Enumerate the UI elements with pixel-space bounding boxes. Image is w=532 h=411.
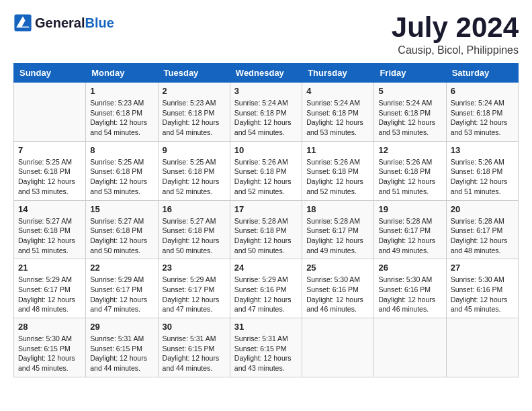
day-number: 27	[451, 263, 514, 273]
day-info: Sunrise: 5:24 AMSunset: 6:18 PMDaylight:…	[306, 98, 369, 138]
calendar-cell: 15Sunrise: 5:27 AMSunset: 6:18 PMDayligh…	[86, 200, 158, 259]
calendar-cell: 19Sunrise: 5:28 AMSunset: 6:17 PMDayligh…	[374, 200, 446, 259]
calendar-week-row: 28Sunrise: 5:30 AMSunset: 6:15 PMDayligh…	[14, 318, 519, 377]
day-number: 16	[163, 204, 226, 214]
calendar-cell: 6Sunrise: 5:24 AMSunset: 6:18 PMDaylight…	[446, 83, 518, 142]
calendar-week-row: 21Sunrise: 5:29 AMSunset: 6:17 PMDayligh…	[14, 259, 519, 318]
day-info: Sunrise: 5:23 AMSunset: 6:18 PMDaylight:…	[90, 98, 153, 138]
calendar-table: SundayMondayTuesdayWednesdayThursdayFrid…	[13, 63, 519, 377]
day-info: Sunrise: 5:28 AMSunset: 6:17 PMDaylight:…	[306, 216, 369, 256]
day-info: Sunrise: 5:28 AMSunset: 6:18 PMDaylight:…	[234, 216, 298, 256]
day-info: Sunrise: 5:30 AMSunset: 6:16 PMDaylight:…	[451, 275, 514, 314]
calendar-cell: 27Sunrise: 5:30 AMSunset: 6:16 PMDayligh…	[446, 259, 518, 318]
day-info: Sunrise: 5:27 AMSunset: 6:18 PMDaylight:…	[163, 216, 226, 256]
day-number: 29	[90, 322, 153, 332]
day-number: 31	[234, 322, 298, 332]
day-number: 13	[451, 145, 514, 155]
day-info: Sunrise: 5:27 AMSunset: 6:18 PMDaylight:…	[90, 216, 153, 256]
day-info: Sunrise: 5:27 AMSunset: 6:18 PMDaylight:…	[18, 216, 81, 256]
weekday-header-row: SundayMondayTuesdayWednesdayThursdayFrid…	[14, 64, 519, 83]
calendar-cell: 10Sunrise: 5:26 AMSunset: 6:18 PMDayligh…	[230, 141, 302, 200]
day-info: Sunrise: 5:26 AMSunset: 6:18 PMDaylight:…	[234, 157, 298, 197]
day-info: Sunrise: 5:24 AMSunset: 6:18 PMDaylight:…	[451, 98, 514, 138]
calendar-cell: 21Sunrise: 5:29 AMSunset: 6:17 PMDayligh…	[14, 259, 86, 318]
calendar-cell: 5Sunrise: 5:24 AMSunset: 6:18 PMDaylight…	[374, 83, 446, 142]
calendar-cell	[14, 83, 86, 142]
day-number: 1	[90, 86, 153, 96]
day-number: 5	[378, 86, 441, 96]
day-info: Sunrise: 5:29 AMSunset: 6:17 PMDaylight:…	[163, 275, 226, 314]
day-number: 6	[451, 86, 514, 96]
calendar-cell: 23Sunrise: 5:29 AMSunset: 6:17 PMDayligh…	[158, 259, 230, 318]
calendar-cell: 11Sunrise: 5:26 AMSunset: 6:18 PMDayligh…	[302, 141, 374, 200]
day-info: Sunrise: 5:30 AMSunset: 6:15 PMDaylight:…	[18, 334, 81, 373]
day-number: 4	[306, 86, 369, 96]
day-number: 26	[378, 263, 441, 273]
day-info: Sunrise: 5:30 AMSunset: 6:16 PMDaylight:…	[306, 275, 369, 314]
day-info: Sunrise: 5:29 AMSunset: 6:17 PMDaylight:…	[90, 275, 153, 314]
logo: GeneralBlue	[13, 13, 114, 32]
calendar-cell: 26Sunrise: 5:30 AMSunset: 6:16 PMDayligh…	[374, 259, 446, 318]
day-info: Sunrise: 5:30 AMSunset: 6:16 PMDaylight:…	[378, 275, 441, 314]
calendar-cell: 29Sunrise: 5:31 AMSunset: 6:15 PMDayligh…	[86, 318, 158, 377]
logo-line2: Blue	[85, 15, 114, 30]
calendar-cell	[446, 318, 518, 377]
day-info: Sunrise: 5:23 AMSunset: 6:18 PMDaylight:…	[163, 98, 226, 138]
logo-line1: General	[35, 15, 85, 30]
day-number: 8	[90, 145, 153, 155]
calendar-cell: 14Sunrise: 5:27 AMSunset: 6:18 PMDayligh…	[14, 200, 86, 259]
calendar-cell: 22Sunrise: 5:29 AMSunset: 6:17 PMDayligh…	[86, 259, 158, 318]
day-number: 22	[90, 263, 153, 273]
calendar-cell: 20Sunrise: 5:28 AMSunset: 6:17 PMDayligh…	[446, 200, 518, 259]
calendar-cell: 30Sunrise: 5:31 AMSunset: 6:15 PMDayligh…	[158, 318, 230, 377]
calendar-cell: 24Sunrise: 5:29 AMSunset: 6:16 PMDayligh…	[230, 259, 302, 318]
day-info: Sunrise: 5:31 AMSunset: 6:15 PMDaylight:…	[234, 334, 298, 373]
calendar-cell: 16Sunrise: 5:27 AMSunset: 6:18 PMDayligh…	[158, 200, 230, 259]
day-number: 10	[234, 145, 298, 155]
calendar-cell: 12Sunrise: 5:26 AMSunset: 6:18 PMDayligh…	[374, 141, 446, 200]
calendar-cell: 31Sunrise: 5:31 AMSunset: 6:15 PMDayligh…	[230, 318, 302, 377]
calendar-cell: 1Sunrise: 5:23 AMSunset: 6:18 PMDaylight…	[86, 83, 158, 142]
day-number: 15	[90, 204, 153, 214]
day-number: 21	[18, 263, 81, 273]
day-number: 14	[18, 204, 81, 214]
day-number: 30	[163, 322, 226, 332]
day-number: 28	[18, 322, 81, 332]
weekday-header-sunday: Sunday	[14, 64, 86, 83]
day-number: 19	[378, 204, 441, 214]
calendar-cell: 3Sunrise: 5:24 AMSunset: 6:18 PMDaylight…	[230, 83, 302, 142]
weekday-header-monday: Monday	[86, 64, 158, 83]
day-number: 12	[378, 145, 441, 155]
day-info: Sunrise: 5:31 AMSunset: 6:15 PMDaylight:…	[163, 334, 226, 373]
day-info: Sunrise: 5:25 AMSunset: 6:18 PMDaylight:…	[90, 157, 153, 197]
calendar-cell: 9Sunrise: 5:25 AMSunset: 6:18 PMDaylight…	[158, 141, 230, 200]
day-number: 20	[451, 204, 514, 214]
calendar-cell: 4Sunrise: 5:24 AMSunset: 6:18 PMDaylight…	[302, 83, 374, 142]
day-number: 11	[306, 145, 369, 155]
month-title: July 2024	[392, 13, 519, 42]
weekday-header-tuesday: Tuesday	[158, 64, 230, 83]
day-number: 3	[234, 86, 298, 96]
day-number: 18	[306, 204, 369, 214]
title-block: July 2024 Causip, Bicol, Philippines	[392, 13, 519, 56]
location: Causip, Bicol, Philippines	[392, 44, 519, 56]
day-info: Sunrise: 5:26 AMSunset: 6:18 PMDaylight:…	[306, 157, 369, 197]
day-info: Sunrise: 5:26 AMSunset: 6:18 PMDaylight:…	[451, 157, 514, 197]
day-number: 23	[163, 263, 226, 273]
day-info: Sunrise: 5:31 AMSunset: 6:15 PMDaylight:…	[90, 334, 153, 373]
day-info: Sunrise: 5:28 AMSunset: 6:17 PMDaylight:…	[451, 216, 514, 256]
day-number: 9	[163, 145, 226, 155]
day-info: Sunrise: 5:29 AMSunset: 6:17 PMDaylight:…	[18, 275, 81, 314]
calendar-cell: 2Sunrise: 5:23 AMSunset: 6:18 PMDaylight…	[158, 83, 230, 142]
calendar-cell: 28Sunrise: 5:30 AMSunset: 6:15 PMDayligh…	[14, 318, 86, 377]
day-info: Sunrise: 5:28 AMSunset: 6:17 PMDaylight:…	[378, 216, 441, 256]
calendar-week-row: 14Sunrise: 5:27 AMSunset: 6:18 PMDayligh…	[14, 200, 519, 259]
weekday-header-thursday: Thursday	[302, 64, 374, 83]
day-number: 2	[163, 86, 226, 96]
calendar-cell	[374, 318, 446, 377]
day-info: Sunrise: 5:25 AMSunset: 6:18 PMDaylight:…	[163, 157, 226, 197]
calendar-cell: 17Sunrise: 5:28 AMSunset: 6:18 PMDayligh…	[230, 200, 302, 259]
calendar-cell: 25Sunrise: 5:30 AMSunset: 6:16 PMDayligh…	[302, 259, 374, 318]
calendar-week-row: 1Sunrise: 5:23 AMSunset: 6:18 PMDaylight…	[14, 83, 519, 142]
calendar-cell	[302, 318, 374, 377]
